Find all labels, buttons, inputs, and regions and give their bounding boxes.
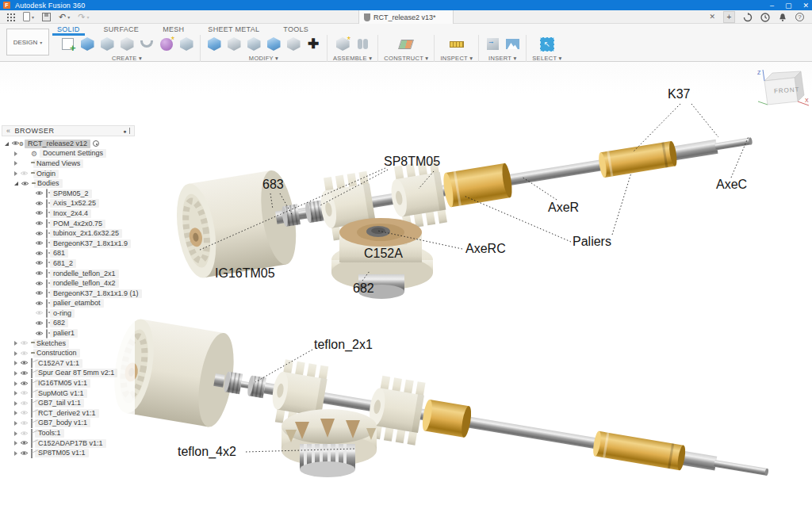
visibility-eye-icon[interactable] (21, 180, 29, 188)
visibility-eye-icon[interactable] (20, 170, 29, 178)
canvas-icon[interactable] (504, 36, 520, 52)
move-icon[interactable]: ✚ (305, 36, 321, 52)
job-status-icon[interactable] (760, 13, 770, 22)
browser-item-bodies[interactable]: Bodies (2, 178, 135, 189)
visibility-eye-icon[interactable] (35, 289, 44, 297)
model-lower-assembly[interactable] (108, 316, 776, 519)
visibility-eye-icon[interactable] (35, 220, 44, 228)
browser-item-document-settings[interactable]: ⚙Document Settings (2, 149, 135, 159)
visibility-eye-icon[interactable] (20, 339, 29, 347)
browser-options-icon[interactable]: ● (123, 128, 127, 134)
ribbon-group-label-insert[interactable]: INSERT ▾ (488, 55, 516, 62)
file-menu-button[interactable]: ▾ (23, 12, 34, 21)
browser-collapse-icon[interactable]: « (6, 127, 11, 135)
press-pull-icon[interactable] (206, 36, 222, 52)
visibility-eye-icon[interactable] (20, 359, 29, 367)
visibility-eye-icon[interactable] (20, 439, 29, 447)
construction-plane-icon[interactable] (398, 36, 414, 52)
browser-item-construction[interactable]: Construction (2, 348, 135, 358)
ribbon-tab-sheet-metal[interactable]: SHEET METAL (206, 24, 261, 35)
visibility-eye-icon[interactable] (35, 309, 44, 317)
browser-item-bergeonk37-1-8x1x1-9-1-[interactable]: BergeonK37_1.8x1x1.9 (1) (2, 289, 135, 299)
expand-closed-icon[interactable] (14, 161, 17, 166)
create-sketch-icon[interactable]: + (59, 36, 75, 52)
document-tab[interactable]: RCT_release2 v13* (358, 10, 454, 24)
browser-item-supmotg-v1-1[interactable]: SupMotG v1:1 (2, 388, 135, 399)
expand-closed-icon[interactable] (14, 361, 17, 365)
visibility-eye-icon[interactable] (35, 250, 44, 258)
visibility-eye-icon[interactable] (35, 270, 44, 277)
browser-item-sp8m05-2[interactable]: SP8M05_2 (2, 189, 135, 199)
visibility-eye-icon[interactable] (35, 330, 44, 338)
browser-item-rondelle-teflon-2x1[interactable]: rondelle_teflon_2x1 (2, 269, 135, 279)
insert-mesh-icon[interactable] (485, 36, 500, 52)
browser-item-682[interactable]: 682 (2, 319, 135, 329)
expand-closed-icon[interactable] (14, 351, 17, 356)
browser-item-681-2[interactable]: 681_2 (2, 258, 135, 269)
ribbon-group-label-modify[interactable]: MODIFY ▾ (249, 55, 278, 62)
sculpt-icon[interactable] (178, 36, 194, 52)
expand-closed-icon[interactable] (14, 391, 17, 396)
shell-icon[interactable] (246, 36, 262, 52)
browser-item-ig16tm05-v1-1[interactable]: IG16TM05 v1:1 (2, 378, 135, 388)
workspace-selector[interactable]: DESIGN▾ (6, 29, 49, 55)
browser-item-tubinox-2x1-6x32-25[interactable]: tubinox_2x1.6x32.25 (2, 228, 135, 239)
visibility-eye-icon[interactable] (20, 409, 29, 417)
browser-item-inox-2x4-4[interactable]: Inox_2x4.4 (2, 209, 135, 219)
expand-open-icon[interactable] (14, 182, 18, 186)
visibility-eye-icon[interactable] (20, 450, 29, 457)
maximize-button[interactable]: ▢ (785, 2, 792, 10)
visibility-eye-icon[interactable] (20, 419, 29, 427)
split-icon[interactable] (285, 36, 301, 52)
visibility-eye-icon[interactable] (35, 300, 44, 308)
browser-item-named-views[interactable]: Named Views (2, 159, 135, 169)
select-icon[interactable]: ↖ (539, 36, 555, 52)
ribbon-group-label-assemble[interactable]: ASSEMBLE ▾ (333, 55, 372, 62)
measure-icon[interactable] (449, 36, 465, 52)
browser-item-681[interactable]: 681 (2, 249, 135, 259)
new-document-button[interactable]: + (723, 11, 735, 23)
close-document-icon[interactable]: ✕ (709, 13, 715, 21)
redo-button[interactable]: ↷▾ (78, 13, 89, 21)
ribbon-group-label-create[interactable]: CREATE ▾ (112, 55, 142, 62)
model-canvas[interactable]: K37AxeCSP8TM05683AxeRPaliersAxeRCC152A68… (0, 62, 812, 528)
form-icon[interactable]: * (159, 36, 174, 52)
sweep-icon[interactable] (119, 36, 135, 52)
expand-closed-icon[interactable] (14, 421, 17, 426)
ribbon-tab-surface[interactable]: SURFACE (102, 24, 141, 35)
expand-closed-icon[interactable] (14, 441, 17, 446)
fillet-icon[interactable] (226, 36, 242, 52)
browser-item-palier1[interactable]: palier1 (2, 328, 135, 339)
expand-closed-icon[interactable] (14, 151, 17, 156)
expand-closed-icon[interactable] (14, 381, 17, 386)
visibility-eye-icon[interactable] (35, 200, 44, 208)
visibility-eye-icon[interactable] (35, 280, 44, 288)
joint-icon[interactable] (354, 36, 370, 52)
browser-item-rct-release2-v12[interactable]: RCT_release2 v12 (2, 139, 135, 149)
minimize-button[interactable]: – (770, 2, 774, 10)
browser-item-pom-4x2x0-75[interactable]: POM_4x2x0.75 (2, 219, 135, 229)
browser-item-sketches[interactable]: Sketches (2, 339, 135, 349)
close-button[interactable]: ✕ (802, 2, 809, 10)
activate-component-icon[interactable] (93, 140, 99, 147)
browser-item-o-ring[interactable]: o-ring (2, 308, 135, 319)
browser-item-gb7-body-v1-1[interactable]: GB7_body v1:1 (2, 419, 135, 429)
save-button[interactable] (42, 13, 51, 21)
browser-header[interactable]: « BROWSER ● (2, 125, 135, 136)
expand-closed-icon[interactable] (14, 401, 17, 406)
browser-item-spur-gear-8t-5mm-v2-1[interactable]: Spur Gear 8T 5mm v2:1 (2, 369, 135, 379)
visibility-eye-icon[interactable] (20, 400, 29, 407)
extrude-icon[interactable] (79, 36, 95, 52)
expand-closed-icon[interactable] (14, 171, 17, 176)
visibility-eye-icon[interactable] (35, 319, 44, 327)
notifications-icon[interactable] (778, 13, 787, 22)
browser-item-bergeonk37-1-8x1x1-9[interactable]: BergeonK37_1.8x1x1.9 (2, 239, 135, 249)
new-component-icon[interactable]: * (335, 36, 350, 52)
expand-closed-icon[interactable] (14, 451, 17, 456)
sync-icon[interactable] (743, 13, 753, 22)
ribbon-group-label-inspect[interactable]: INSPECT ▾ (440, 55, 473, 62)
browser-item-gb7-tail-v1-1[interactable]: GB7_tail v1:1 (2, 398, 135, 408)
browser-item-axis-1x52-25[interactable]: Axis_1x52.25 (2, 199, 135, 209)
visibility-eye-icon[interactable] (35, 239, 44, 247)
visibility-eye-icon[interactable] (20, 430, 29, 438)
